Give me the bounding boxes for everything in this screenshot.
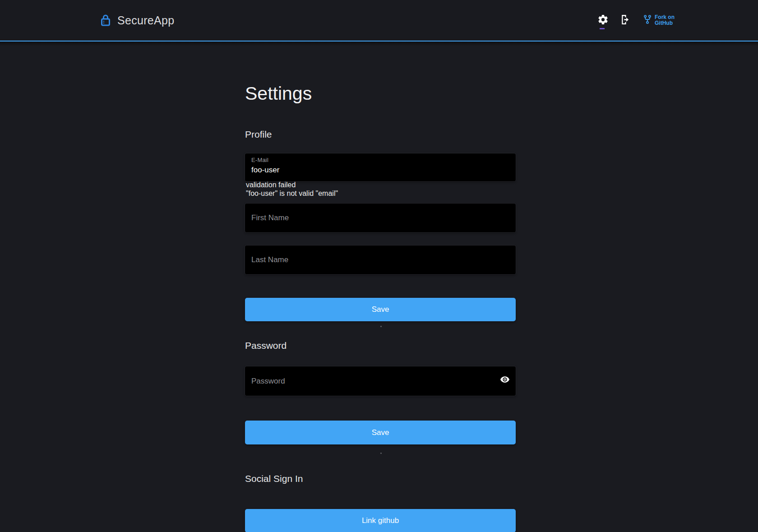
gear-focus-underline [600,28,605,29]
password-input[interactable] [245,366,516,396]
git-fork-icon [643,14,652,26]
brand: SecureApp [100,14,174,27]
password-visibility-toggle[interactable] [499,373,511,387]
logout-button[interactable] [619,13,632,28]
gear-icon [597,14,609,27]
last-name-field[interactable] [245,245,516,274]
link-github-button[interactable]: Link github [245,509,516,532]
fork-link-text: Fork on GitHub [655,14,675,26]
email-field[interactable]: E-Mail [245,153,516,181]
social-section-heading: Social Sign In [245,473,303,484]
logout-door-icon [619,14,631,27]
panel-indicator-dot [380,453,382,454]
password-save-button[interactable]: Save [245,421,516,444]
email-validation-error: validation failed "foo-user" is not vali… [246,180,338,198]
settings-page: Settings Profile E-Mail validation faile… [245,42,516,532]
fork-link-line2: GitHub [655,20,675,26]
header-actions: Fork on GitHub [596,13,675,28]
validation-error-line2: "foo-user" is not valid "email" [246,189,338,198]
app-title: SecureApp [117,14,174,27]
eye-icon [499,374,510,386]
email-field-label: E-Mail [251,157,268,163]
settings-gear-button[interactable] [596,13,610,28]
password-field[interactable] [245,366,516,396]
last-name-input[interactable] [245,245,516,274]
page-title: Settings [245,83,312,104]
app-header: SecureApp [0,0,758,42]
fork-on-github-link[interactable]: Fork on GitHub [643,14,675,26]
email-input[interactable] [245,163,516,177]
panel-indicator-dot [380,326,382,327]
lock-icon [100,14,111,27]
first-name-input[interactable] [245,204,516,232]
validation-error-line1: validation failed [246,180,338,189]
profile-section-heading: Profile [245,129,272,140]
profile-save-button[interactable]: Save [245,298,516,321]
first-name-field[interactable] [245,204,516,232]
password-section-heading: Password [245,340,287,351]
